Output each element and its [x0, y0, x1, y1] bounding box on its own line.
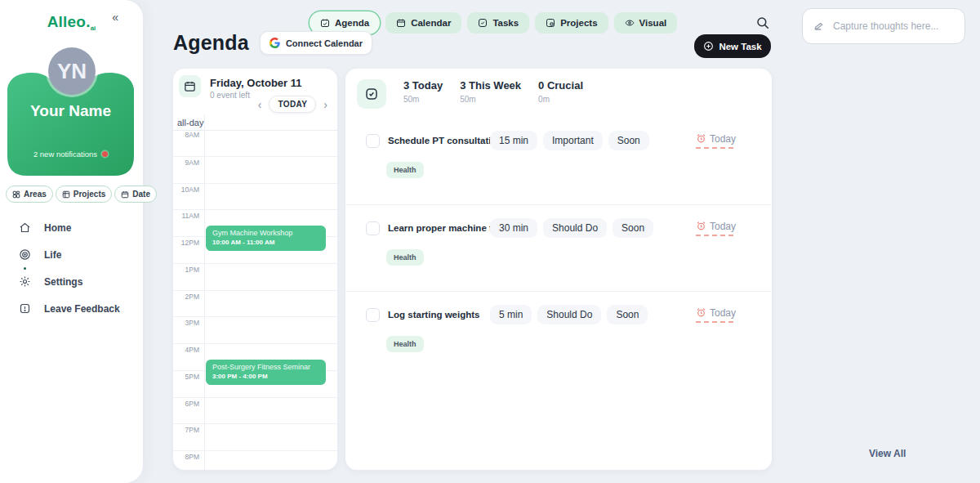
calendar-event-post-surgery-fitness-seminar[interactable]: Post-Surgery Fitness Seminar 3:00 PM - 4… [206, 360, 326, 385]
projects-button[interactable]: Projects [56, 186, 112, 203]
due-date-control[interactable]: Today [696, 307, 736, 323]
task-main-line: Log starting weights 5 min Should Do Soo… [345, 292, 772, 324]
notifications-text: 2 new notifications [33, 150, 97, 159]
all-day-label: all-day [177, 118, 203, 127]
due-underline [696, 321, 733, 323]
hour-row: 6PM [173, 397, 337, 424]
due-date-control[interactable]: Today [696, 221, 736, 236]
event-title: Post-Surgery Fitness Seminar [212, 363, 319, 371]
agenda-events-left: 0 event left [210, 91, 250, 100]
alarm-clock-icon [696, 221, 706, 231]
search-button[interactable] [754, 15, 772, 33]
task-row: Learn proper machine form 30 min Should … [345, 204, 772, 291]
hour-label: 4PM [173, 344, 202, 354]
agenda-calendar-icon [179, 75, 201, 97]
hour-row: 8PM [173, 450, 337, 470]
home-label: Home [44, 222, 71, 234]
duration-chip[interactable]: 5 min [490, 305, 532, 324]
duration-chip[interactable]: 15 min [490, 131, 537, 150]
areas-label: Areas [24, 190, 47, 199]
hour-row: 9AM [173, 156, 337, 183]
priority-chip[interactable]: Should Do [537, 305, 601, 324]
timeframe-chip[interactable]: Soon [607, 305, 648, 324]
hour-row: 2PM [173, 290, 337, 317]
agenda-time-grid: all-day 8AM 9AM 10AM 11AM 12PM 1PM 2PM 3… [173, 114, 337, 470]
sidebar-collapse-button[interactable]: « [112, 11, 118, 24]
sidebar: Alleo.ai « YN Your Name 2 new notificati… [0, 0, 143, 483]
app-logo: Alleo.ai [0, 13, 143, 32]
profile-name: Your Name [7, 102, 134, 120]
timeframe-chip[interactable]: Soon [612, 218, 653, 238]
page-header: Agenda Connect Calendar [173, 31, 372, 55]
next-day-button[interactable]: › [322, 99, 329, 110]
tab-visual-label: Visual [639, 18, 667, 28]
projects-grid-icon [546, 18, 555, 28]
due-label: Today [710, 307, 736, 319]
hour-label: 3PM [173, 317, 202, 327]
capture-thoughts-box [802, 8, 965, 44]
sidebar-item-leave-feedback[interactable]: Leave Feedback [0, 295, 143, 322]
life-label: Life [44, 249, 61, 261]
hour-label: 12PM [173, 237, 202, 247]
logo-text: Alleo. [47, 13, 91, 30]
tasks-check-icon [478, 18, 488, 28]
calendar-icon [121, 190, 129, 199]
hour-row: 1PM [173, 263, 337, 290]
stat-today-value: 3 Today [403, 79, 443, 92]
avatar[interactable]: YN [48, 47, 96, 95]
tab-calendar-label: Calendar [411, 18, 451, 28]
priority-chip[interactable]: Should Do [543, 218, 607, 238]
event-title: Gym Machine Workshop [212, 229, 319, 237]
gear-icon [19, 275, 31, 288]
sidebar-item-settings[interactable]: Settings [0, 268, 143, 295]
hour-row: 7PM [173, 423, 337, 450]
sidebar-item-life[interactable]: Life [0, 241, 143, 268]
stat-this-week-value: 3 This Week [460, 79, 521, 92]
tab-agenda-label: Agenda [335, 18, 369, 28]
sidebar-item-home[interactable]: Home [0, 214, 143, 241]
hour-label: 7PM [173, 424, 202, 434]
stat-today-sub: 50m [403, 95, 443, 104]
today-button[interactable]: TODAY [269, 96, 316, 113]
due-underline [696, 147, 733, 149]
task-title: Learn proper machine form [388, 223, 490, 233]
stat-crucial-value: 0 Crucial [538, 79, 583, 92]
notification-dot [102, 151, 108, 157]
calendar-icon [396, 18, 406, 28]
tab-projects[interactable]: Projects [535, 12, 608, 34]
view-all-link[interactable]: View All [869, 448, 906, 459]
alarm-clock-icon [696, 133, 706, 144]
task-checkbox[interactable] [366, 221, 380, 235]
calendar-event-gym-machine-workshop[interactable]: Gym Machine Workshop 10:00 AM - 11:00 AM [206, 226, 326, 251]
stat-this-week: 3 This Week 50m [460, 79, 521, 104]
tab-tasks[interactable]: Tasks [467, 12, 529, 34]
notifications-row[interactable]: 2 new notifications [7, 150, 134, 159]
hour-row: 3PM [173, 316, 337, 343]
areas-button[interactable]: Areas [6, 186, 53, 203]
task-title: Log starting weights [388, 310, 490, 320]
task-tag-health: Health [386, 249, 424, 266]
capture-thoughts-input[interactable] [833, 20, 956, 32]
new-task-button[interactable]: New Task [694, 34, 771, 58]
hour-label: 1PM [173, 264, 202, 274]
task-checkbox[interactable] [366, 134, 380, 148]
logo-suffix: ai [91, 25, 96, 32]
plus-circle-icon [703, 41, 714, 51]
due-date-control[interactable]: Today [696, 133, 736, 149]
duration-chip[interactable]: 30 min [490, 218, 537, 238]
home-icon [19, 221, 31, 234]
prev-day-button[interactable]: ‹ [256, 99, 264, 110]
timeframe-chip[interactable]: Soon [608, 131, 649, 150]
hour-row: 8AM [173, 129, 337, 156]
stat-this-week-sub: 50m [460, 95, 521, 104]
tab-calendar[interactable]: Calendar [385, 12, 461, 34]
quick-capture-pen-icon [813, 20, 826, 33]
priority-chip[interactable]: Important [543, 131, 603, 150]
task-checkbox[interactable] [366, 308, 380, 322]
visual-eye-icon [625, 18, 635, 28]
app-window: Alleo.ai « YN Your Name 2 new notificati… [0, 0, 980, 483]
hour-label: 11AM [173, 210, 202, 220]
date-button[interactable]: Date [114, 186, 157, 203]
tab-visual[interactable]: Visual [614, 12, 678, 34]
connect-calendar-button[interactable]: Connect Calendar [260, 31, 372, 55]
